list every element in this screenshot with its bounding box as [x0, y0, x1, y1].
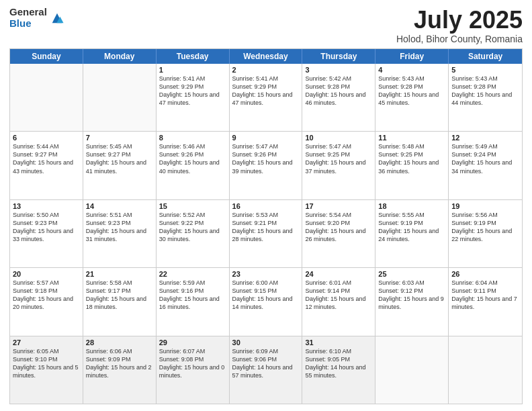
calendar-cell — [10, 64, 83, 131]
cell-info: Sunrise: 5:42 AM Sunset: 9:28 PM Dayligh… — [305, 75, 372, 107]
calendar-cell: 17Sunrise: 5:54 AM Sunset: 9:20 PM Dayli… — [302, 200, 375, 267]
header-cell-tuesday: Tuesday — [157, 49, 230, 64]
calendar-cell: 3Sunrise: 5:42 AM Sunset: 9:28 PM Daylig… — [302, 64, 375, 131]
cell-info: Sunrise: 5:43 AM Sunset: 9:28 PM Dayligh… — [378, 75, 445, 107]
day-number: 17 — [305, 202, 372, 210]
cell-info: Sunrise: 5:55 AM Sunset: 9:19 PM Dayligh… — [378, 211, 445, 244]
day-number: 14 — [86, 202, 153, 210]
week-row: 20Sunrise: 5:57 AM Sunset: 9:18 PM Dayli… — [10, 268, 522, 336]
calendar-cell: 15Sunrise: 5:52 AM Sunset: 9:22 PM Dayli… — [157, 200, 230, 267]
day-number: 4 — [378, 66, 445, 74]
day-number: 20 — [13, 270, 80, 278]
calendar-cell: 29Sunrise: 6:07 AM Sunset: 9:08 PM Dayli… — [157, 336, 230, 404]
cell-info: Sunrise: 5:50 AM Sunset: 9:23 PM Dayligh… — [13, 211, 80, 244]
day-number: 13 — [13, 202, 80, 210]
logo-blue: Blue — [9, 18, 47, 30]
week-row: 6Sunrise: 5:44 AM Sunset: 9:27 PM Daylig… — [10, 132, 522, 199]
logo-text: General Blue — [9, 7, 47, 29]
calendar-cell: 14Sunrise: 5:51 AM Sunset: 9:23 PM Dayli… — [83, 200, 157, 267]
cell-info: Sunrise: 5:58 AM Sunset: 9:17 PM Dayligh… — [86, 279, 153, 312]
cell-info: Sunrise: 5:44 AM Sunset: 9:27 PM Dayligh… — [13, 142, 80, 175]
calendar-cell: 18Sunrise: 5:55 AM Sunset: 9:19 PM Dayli… — [375, 200, 449, 267]
logo-icon — [50, 11, 64, 26]
cell-info: Sunrise: 5:41 AM Sunset: 9:29 PM Dayligh… — [159, 75, 226, 107]
day-number: 5 — [451, 66, 519, 74]
calendar-cell: 4Sunrise: 5:43 AM Sunset: 9:28 PM Daylig… — [375, 64, 449, 131]
day-number: 9 — [232, 134, 300, 142]
header-cell-thursday: Thursday — [302, 49, 375, 64]
day-number: 29 — [159, 338, 226, 347]
day-number: 6 — [13, 134, 80, 142]
header-cell-wednesday: Wednesday — [230, 49, 303, 64]
calendar-cell: 31Sunrise: 6:10 AM Sunset: 9:05 PM Dayli… — [302, 336, 375, 404]
calendar-cell: 24Sunrise: 6:01 AM Sunset: 9:14 PM Dayli… — [302, 268, 375, 335]
title-block: July 2025 Holod, Bihor County, Romania — [396, 7, 523, 44]
calendar-cell: 23Sunrise: 6:00 AM Sunset: 9:15 PM Dayli… — [230, 268, 303, 335]
day-number: 19 — [451, 202, 519, 210]
cell-info: Sunrise: 6:03 AM Sunset: 9:12 PM Dayligh… — [378, 279, 445, 312]
header-cell-sunday: Sunday — [10, 49, 83, 64]
day-number: 25 — [378, 270, 445, 278]
calendar-cell: 9Sunrise: 5:47 AM Sunset: 9:26 PM Daylig… — [230, 132, 303, 199]
calendar-cell: 21Sunrise: 5:58 AM Sunset: 9:17 PM Dayli… — [83, 268, 157, 335]
cell-info: Sunrise: 5:47 AM Sunset: 9:26 PM Dayligh… — [232, 142, 300, 175]
day-number: 8 — [159, 134, 226, 142]
cell-info: Sunrise: 5:48 AM Sunset: 9:25 PM Dayligh… — [378, 142, 445, 175]
calendar-cell: 27Sunrise: 6:05 AM Sunset: 9:10 PM Dayli… — [10, 336, 83, 404]
day-number: 30 — [232, 338, 300, 347]
month-title: July 2025 — [396, 7, 523, 34]
cell-info: Sunrise: 5:43 AM Sunset: 9:28 PM Dayligh… — [451, 75, 519, 107]
cell-info: Sunrise: 5:47 AM Sunset: 9:25 PM Dayligh… — [305, 142, 372, 175]
day-number: 3 — [305, 66, 372, 74]
cell-info: Sunrise: 6:01 AM Sunset: 9:14 PM Dayligh… — [305, 279, 372, 312]
cell-info: Sunrise: 5:56 AM Sunset: 9:19 PM Dayligh… — [451, 211, 519, 244]
day-number: 18 — [378, 202, 445, 210]
header-cell-monday: Monday — [83, 49, 157, 64]
cell-info: Sunrise: 6:07 AM Sunset: 9:08 PM Dayligh… — [159, 347, 226, 380]
calendar-header-row: SundayMondayTuesdayWednesdayThursdayFrid… — [10, 49, 522, 64]
day-number: 7 — [86, 134, 153, 142]
calendar-cell: 16Sunrise: 5:53 AM Sunset: 9:21 PM Dayli… — [230, 200, 303, 267]
week-row: 1Sunrise: 5:41 AM Sunset: 9:29 PM Daylig… — [10, 64, 522, 132]
page: General Blue July 2025 Holod, Bihor Coun… — [0, 0, 532, 411]
cell-info: Sunrise: 5:52 AM Sunset: 9:22 PM Dayligh… — [159, 211, 226, 244]
day-number: 10 — [305, 134, 372, 142]
calendar-cell — [375, 336, 449, 404]
week-row: 27Sunrise: 6:05 AM Sunset: 9:10 PM Dayli… — [10, 336, 522, 404]
calendar-cell — [83, 64, 157, 131]
header-cell-saturday: Saturday — [449, 49, 522, 64]
cell-info: Sunrise: 6:05 AM Sunset: 9:10 PM Dayligh… — [13, 347, 80, 380]
calendar-cell: 20Sunrise: 5:57 AM Sunset: 9:18 PM Dayli… — [10, 268, 83, 335]
day-number: 15 — [159, 202, 226, 210]
calendar-cell: 10Sunrise: 5:47 AM Sunset: 9:25 PM Dayli… — [302, 132, 375, 199]
calendar-cell: 12Sunrise: 5:49 AM Sunset: 9:24 PM Dayli… — [449, 132, 522, 199]
cell-info: Sunrise: 5:53 AM Sunset: 9:21 PM Dayligh… — [232, 211, 300, 244]
day-number: 23 — [232, 270, 300, 278]
calendar-cell: 8Sunrise: 5:46 AM Sunset: 9:26 PM Daylig… — [157, 132, 230, 199]
day-number: 16 — [232, 202, 300, 210]
logo: General Blue — [9, 7, 64, 29]
calendar-cell: 13Sunrise: 5:50 AM Sunset: 9:23 PM Dayli… — [10, 200, 83, 267]
cell-info: Sunrise: 6:10 AM Sunset: 9:05 PM Dayligh… — [305, 347, 372, 380]
header: General Blue July 2025 Holod, Bihor Coun… — [9, 7, 523, 44]
calendar-cell: 2Sunrise: 5:41 AM Sunset: 9:29 PM Daylig… — [230, 64, 303, 131]
calendar-cell: 25Sunrise: 6:03 AM Sunset: 9:12 PM Dayli… — [375, 268, 449, 335]
week-row: 13Sunrise: 5:50 AM Sunset: 9:23 PM Dayli… — [10, 200, 522, 268]
day-number: 2 — [232, 66, 300, 74]
calendar-cell: 28Sunrise: 6:06 AM Sunset: 9:09 PM Dayli… — [83, 336, 157, 404]
calendar-cell: 22Sunrise: 5:59 AM Sunset: 9:16 PM Dayli… — [157, 268, 230, 335]
calendar-cell — [449, 336, 522, 404]
cell-info: Sunrise: 6:09 AM Sunset: 9:06 PM Dayligh… — [232, 347, 300, 380]
calendar-cell: 30Sunrise: 6:09 AM Sunset: 9:06 PM Dayli… — [230, 336, 303, 404]
cell-info: Sunrise: 5:49 AM Sunset: 9:24 PM Dayligh… — [451, 142, 519, 175]
location-title: Holod, Bihor County, Romania — [396, 34, 523, 44]
day-number: 24 — [305, 270, 372, 278]
calendar-cell: 7Sunrise: 5:45 AM Sunset: 9:27 PM Daylig… — [83, 132, 157, 199]
cell-info: Sunrise: 6:04 AM Sunset: 9:11 PM Dayligh… — [451, 279, 519, 312]
cell-info: Sunrise: 5:54 AM Sunset: 9:20 PM Dayligh… — [305, 211, 372, 244]
cell-info: Sunrise: 5:51 AM Sunset: 9:23 PM Dayligh… — [86, 211, 153, 244]
calendar-cell: 19Sunrise: 5:56 AM Sunset: 9:19 PM Dayli… — [449, 200, 522, 267]
cell-info: Sunrise: 5:59 AM Sunset: 9:16 PM Dayligh… — [159, 279, 226, 312]
calendar-cell: 5Sunrise: 5:43 AM Sunset: 9:28 PM Daylig… — [449, 64, 522, 131]
cell-info: Sunrise: 6:00 AM Sunset: 9:15 PM Dayligh… — [232, 279, 300, 312]
